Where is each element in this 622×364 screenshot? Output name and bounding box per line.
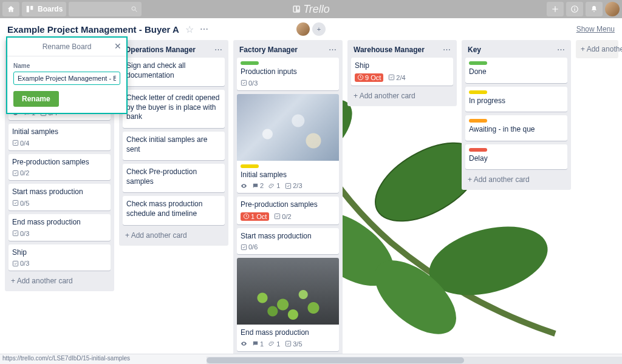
info-button[interactable] (566, 2, 583, 16)
card[interactable]: In progress (465, 87, 567, 112)
home-button[interactable] (2, 2, 19, 16)
card-badges: 0/3 (12, 230, 107, 237)
attachment-badge: 1 (268, 182, 280, 189)
svg-rect-30 (389, 75, 394, 79)
watch-icon (241, 340, 247, 347)
member-avatar[interactable] (296, 22, 310, 36)
close-icon[interactable]: ✕ (114, 41, 121, 51)
card-badges: 2 1 2/3 (241, 182, 335, 189)
list: Operations Manager⋯Sign and check all do… (119, 40, 228, 246)
add-card-button[interactable]: + Add another card (123, 229, 225, 242)
svg-rect-27 (241, 244, 246, 249)
card[interactable]: Initial samples 2 1 2/3 (237, 94, 339, 194)
show-menu-button[interactable]: Show Menu (576, 25, 615, 33)
card-title: Start mass production (241, 232, 335, 241)
list-menu-icon[interactable]: ⋯ (214, 45, 222, 54)
add-card-button[interactable]: + Add another card (465, 173, 567, 186)
comments-badge: 1 (252, 340, 264, 348)
card-badges: 0/3 (241, 79, 335, 87)
popup-title: Rename Board (43, 42, 92, 51)
card-label (469, 61, 487, 65)
list-menu-icon[interactable]: ⋯ (443, 45, 451, 54)
add-list-button[interactable]: + Add another list (576, 40, 618, 58)
add-card-button[interactable]: + Add another card (9, 274, 111, 288)
list-title[interactable]: Key (468, 46, 481, 54)
card[interactable]: Initial samples 0/4 (9, 124, 111, 150)
card[interactable]: Check Pre-production samples (123, 164, 225, 192)
card[interactable]: Check initial samples are sent (123, 132, 225, 160)
checklist-badge: 0/2 (274, 213, 291, 220)
list-title[interactable]: Warehouse Manager (354, 46, 425, 54)
svg-rect-11 (294, 7, 296, 12)
star-icon[interactable]: ☆ (185, 24, 194, 35)
list: Key⋯DoneIn progressAwaiting - in the que… (462, 40, 571, 190)
card[interactable]: Ship 0/3 (9, 244, 111, 271)
card-title: Initial samples (241, 170, 335, 180)
notifications-button[interactable] (586, 2, 603, 16)
card-title: Pre-production samples (241, 200, 335, 210)
due-badge: 9 Oct (355, 73, 383, 82)
card[interactable]: Awaiting - in the que (465, 115, 567, 141)
horizontal-scrollbar[interactable] (207, 357, 622, 364)
checklist-badge: 0/4 (12, 140, 29, 147)
card[interactable]: Pre-production samples 0/2 (9, 154, 111, 181)
card-title: Production inputs (241, 67, 335, 77)
card-label (469, 148, 487, 152)
card[interactable]: Production inputs 0/3 (237, 58, 339, 90)
card-title: In progress (469, 96, 564, 106)
checklist-badge: 2/3 (285, 182, 302, 189)
card[interactable]: Start mass production 0/5 (9, 184, 111, 211)
list-title[interactable]: Factory Manager (239, 46, 298, 54)
svg-rect-22 (13, 261, 18, 266)
card-title: Delay (469, 154, 564, 164)
svg-rect-14 (574, 8, 575, 11)
board-name-input[interactable] (13, 72, 120, 85)
checklist-badge: 0/6 (241, 243, 258, 251)
card[interactable]: End mass production 1 1 3/5 (237, 258, 339, 351)
add-card-button[interactable]: + Add another card (351, 89, 453, 103)
checklist-badge: 3/5 (285, 340, 302, 348)
svg-rect-15 (574, 7, 575, 8)
card[interactable]: Sign and check all documentation (123, 58, 225, 86)
card[interactable]: Pre-production samples 1 Oct 0/2 (237, 197, 339, 224)
card[interactable]: Ship 9 Oct 2/4 (351, 58, 453, 86)
card[interactable]: Check letter of credit opened by the buy… (123, 90, 225, 128)
board-title[interactable]: Example Project Management - Buyer A (7, 24, 179, 35)
svg-rect-10 (293, 5, 300, 13)
checklist-badge: 0/3 (12, 230, 29, 237)
svg-point-8 (132, 7, 135, 10)
card[interactable]: End mass production 0/3 (9, 214, 111, 241)
due-badge: 1 Oct (241, 212, 269, 221)
card[interactable]: Check mass production schedule and timel… (123, 196, 225, 224)
boards-button[interactable]: Boards (22, 2, 66, 16)
card-cover (237, 258, 339, 325)
card-badges: 0/6 (241, 243, 335, 251)
card[interactable]: Start mass production 0/6 (237, 228, 339, 255)
card-title: Done (469, 67, 564, 77)
rename-board-popup: Rename Board ✕ Name Rename (6, 36, 128, 114)
boards-label: Boards (38, 5, 63, 13)
search-input[interactable] (69, 2, 142, 16)
card-label (469, 90, 487, 94)
card-badges: 0/5 (12, 200, 107, 207)
card-title: Awaiting - in the que (469, 125, 564, 135)
svg-rect-24 (286, 183, 291, 188)
list-title[interactable]: Operations Manager (125, 46, 196, 54)
rename-button[interactable]: Rename (13, 91, 59, 107)
checklist-badge: 0/2 (12, 169, 29, 177)
card-title: Sign and check all documentation (126, 61, 221, 80)
create-button[interactable] (547, 2, 564, 16)
list-menu-icon[interactable]: ⋯ (557, 45, 565, 54)
card-label (241, 164, 259, 168)
svg-rect-23 (241, 80, 246, 85)
card-badges: 0/3 (12, 260, 107, 267)
card-badges: 0/4 (12, 140, 107, 147)
add-member-button[interactable]: + (312, 22, 326, 36)
card[interactable]: Delay (465, 144, 567, 170)
list-menu-icon[interactable]: ⋯ (329, 45, 337, 54)
card-title: Check Pre-production samples (126, 167, 221, 186)
name-label: Name (13, 62, 120, 69)
user-avatar[interactable] (605, 2, 620, 16)
svg-line-9 (135, 10, 137, 12)
card[interactable]: Done (465, 58, 567, 83)
